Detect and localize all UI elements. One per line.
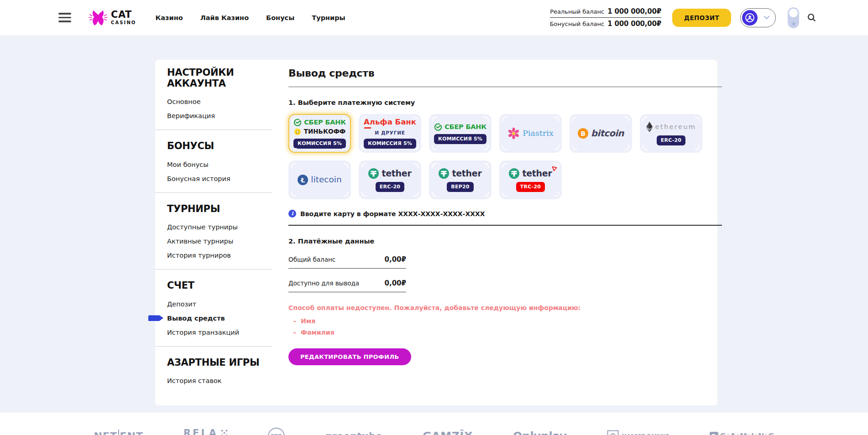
search-button[interactable] bbox=[806, 12, 817, 23]
corner-mark bbox=[484, 145, 489, 150]
total-balance-row: Общий баланс 0,00₽ bbox=[288, 255, 406, 269]
search-icon bbox=[806, 12, 817, 23]
page-title: Вывод средств bbox=[288, 67, 722, 79]
corner-mark bbox=[342, 144, 347, 149]
provider-label: ENT bbox=[120, 430, 143, 435]
ethereum-icon bbox=[646, 122, 653, 132]
corner-mark bbox=[291, 192, 296, 197]
theme-toggle[interactable] bbox=[788, 7, 799, 28]
logo-text: ethereum bbox=[655, 124, 696, 130]
sidebar-item-label: История ставок bbox=[167, 377, 222, 384]
payment-litecoin[interactable]: Łlitecoin bbox=[288, 161, 351, 199]
commission-badge: BEP20 bbox=[447, 182, 473, 192]
sidebar: НАСТРОЙКИ АККАУНТАОсновноеВерификацияБОН… bbox=[167, 60, 288, 394]
sidebar-item-my-bonuses[interactable]: Мои бонусы bbox=[167, 161, 272, 168]
sidebar-item-bet-history[interactable]: История ставок bbox=[167, 377, 272, 384]
sidebar-item-general[interactable]: Основное bbox=[167, 98, 272, 105]
corner-mark bbox=[291, 163, 296, 168]
payment-tether-erc20[interactable]: tetherERC-20 bbox=[359, 161, 421, 199]
payment-ethereum[interactable]: ethereumERC-20 bbox=[640, 114, 702, 153]
bitcoin-icon: B bbox=[578, 128, 588, 139]
step2-label: 2. Платёжные данные bbox=[288, 238, 722, 245]
edit-profile-button[interactable]: РЕДАКТИРОВАТЬ ПРОФИЛЬ bbox=[288, 348, 411, 365]
nav-bonuses[interactable]: Бонусы bbox=[266, 14, 294, 21]
sidebar-section-title: БОНУСЫ bbox=[167, 141, 272, 152]
sidebar-item-label: Мои бонусы bbox=[167, 161, 209, 168]
payment-sber-tinkoff[interactable]: СБЕР БАНКТИНЬКОФФКОМИССИЯ 5% bbox=[288, 114, 351, 153]
card-format-note: i Вводите карту в формате ХХХХ-ХХХХ-ХХХХ… bbox=[288, 210, 722, 218]
letter-separator bbox=[749, 433, 749, 435]
sber-icon bbox=[434, 123, 442, 131]
corner-mark bbox=[502, 163, 507, 168]
corner-mark bbox=[361, 163, 366, 168]
corner-mark bbox=[343, 163, 348, 168]
bonus-balance-row: Бонусный баланс 1 000 000,00₽ bbox=[550, 17, 661, 30]
sidebar-item-available-tournaments[interactable]: Доступные турниры bbox=[167, 223, 272, 231]
payment-alfa-bank[interactable]: Альфа БанкИ ДРУГИЕКОМИССИЯ 5% bbox=[359, 114, 421, 153]
sidebar-list: История ставок bbox=[167, 377, 272, 384]
sber-logo: СБЕР БАНК bbox=[434, 123, 486, 131]
total-balance-value: 0,00₽ bbox=[385, 255, 406, 264]
hamburger-menu-icon[interactable] bbox=[58, 13, 71, 22]
sidebar-item-deposit[interactable]: Депозит bbox=[167, 300, 272, 308]
corner-mark bbox=[432, 145, 437, 150]
sidebar-item-bonus-history[interactable]: Бонусная история bbox=[167, 175, 272, 182]
balance-block: Реальный баланс 1 000 000,00₽ Бонусный б… bbox=[550, 5, 661, 30]
deposit-button[interactable]: ДЕПОЗИТ bbox=[672, 9, 731, 27]
commission-badge: КОМИССИЯ 5% bbox=[293, 139, 346, 149]
payment-bitcoin[interactable]: Bbitcoin bbox=[570, 114, 632, 153]
corner-mark bbox=[484, 192, 489, 197]
bonus-balance-value: 1 000 000,00₽ bbox=[607, 20, 661, 28]
litecoin-icon: Ł bbox=[298, 175, 308, 185]
litecoin-logo: Łlitecoin bbox=[298, 175, 341, 185]
letter-separator bbox=[737, 433, 738, 435]
sidebar-item-withdrawal[interactable]: Вывод средств bbox=[167, 315, 272, 322]
profile-menu[interactable] bbox=[740, 8, 776, 27]
sidebar-item-label: Основное bbox=[167, 98, 201, 105]
info-icon: i bbox=[288, 210, 296, 218]
sidebar-section-title: ТУРНИРЫ bbox=[167, 204, 272, 215]
sidebar-item-label: Доступные турниры bbox=[167, 223, 238, 231]
provider-mascot: MASCOT GAMING bbox=[607, 430, 669, 435]
provider-relax: RELAGAMING bbox=[183, 428, 228, 435]
commission-badge: TRC-20 bbox=[516, 182, 545, 192]
tinkoff-icon bbox=[294, 128, 301, 135]
bgaming-b-icon: B bbox=[710, 432, 718, 435]
corner-mark bbox=[695, 117, 700, 122]
provider-letter: G bbox=[768, 432, 774, 435]
logo-text: litecoin bbox=[311, 176, 341, 184]
real-balance-value: 1 000 000,00₽ bbox=[607, 7, 661, 16]
payment-tether-bep20[interactable]: tetherBEP20 bbox=[429, 161, 492, 199]
corner-mark bbox=[432, 163, 437, 168]
letter-separator bbox=[728, 433, 728, 435]
sidebar-item-verification[interactable]: Верификация bbox=[167, 112, 272, 119]
payment-sber[interactable]: СБЕР БАНККОМИССИЯ 5% bbox=[429, 114, 492, 153]
payment-tether-trc20[interactable]: tetherTRC-20 bbox=[499, 161, 562, 199]
corner-mark bbox=[643, 117, 648, 122]
nav-live-casino[interactable]: Лайв Казино bbox=[200, 14, 249, 21]
nav-tournaments[interactable]: Турниры bbox=[312, 14, 345, 21]
corner-mark bbox=[502, 192, 507, 197]
sidebar-item-tournament-history[interactable]: История турниров bbox=[167, 252, 272, 259]
missing-fields-list: Имя Фамилия bbox=[293, 317, 722, 336]
payment-unavailable-error: Способ оплаты недоступен. Пожалуйста, до… bbox=[288, 304, 722, 336]
sidebar-section-tournaments: ТУРНИРЫДоступные турнирыАктивные турниры… bbox=[155, 193, 272, 270]
sidebar-item-label: Депозит bbox=[167, 300, 196, 308]
sidebar-section-account: СЧЕТДепозитВывод средствИстория транзакц… bbox=[155, 269, 272, 347]
tether-icon bbox=[439, 168, 449, 179]
logo-subtitle: CASINO bbox=[111, 21, 136, 25]
logo[interactable]: CAT CASINO bbox=[89, 8, 136, 27]
tether-logo: tether bbox=[439, 168, 481, 179]
sidebar-item-active-tournaments[interactable]: Активные турниры bbox=[167, 238, 272, 245]
provider-label: GAMZÎX bbox=[423, 430, 473, 435]
sidebar-item-transaction-history[interactable]: История транзакций bbox=[167, 329, 272, 336]
corner-mark bbox=[624, 117, 629, 122]
piastrix-icon bbox=[507, 127, 520, 140]
tether-icon bbox=[368, 168, 379, 179]
nav-casino[interactable]: Казино bbox=[155, 14, 183, 21]
bitcoin-logo: Bbitcoin bbox=[578, 128, 624, 139]
provider-label: greentube bbox=[325, 431, 382, 435]
footer-providers: NETENTRELAGAMINGBTGgreentubeGAMZÎXOnlypl… bbox=[0, 413, 868, 435]
payment-piastrix[interactable]: Piastrix bbox=[499, 114, 562, 153]
commission-badge: ERC-20 bbox=[657, 135, 685, 145]
